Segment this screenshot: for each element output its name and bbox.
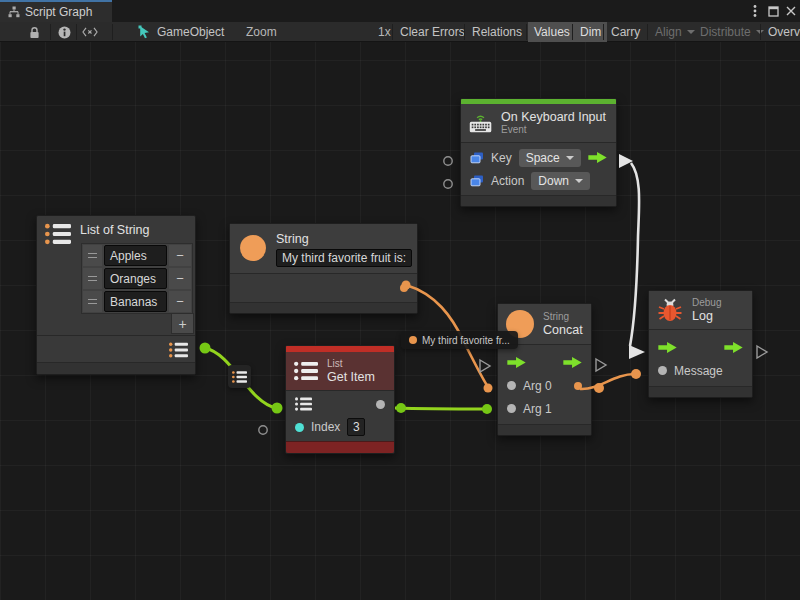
node-title: Log xyxy=(692,309,721,323)
info-icon[interactable] xyxy=(54,22,74,42)
wire-endpoint[interactable] xyxy=(482,404,492,414)
values-toggle[interactable]: Values xyxy=(528,22,576,42)
node-string-literal[interactable]: String My third favorite fruit is: xyxy=(229,223,418,314)
arg1-label: Arg 1 xyxy=(523,402,552,416)
flow-input-port[interactable] xyxy=(658,342,677,353)
remove-item-button[interactable]: − xyxy=(169,291,191,312)
result-output-port[interactable] xyxy=(574,382,582,390)
node-on-keyboard-input[interactable]: On Keyboard Input Event Key Space xyxy=(460,98,617,207)
unconnected-value-port[interactable] xyxy=(444,180,452,188)
list-item-input[interactable]: Apples xyxy=(104,245,167,266)
message-input-port[interactable] xyxy=(658,366,667,375)
string-circle-icon xyxy=(240,235,266,261)
list-item-row: Apples − xyxy=(82,244,192,267)
list-item-row: Bananas − xyxy=(82,290,192,313)
unconnected-flow-port[interactable] xyxy=(757,346,767,358)
item-output-port[interactable] xyxy=(376,400,385,409)
maximize-icon[interactable] xyxy=(764,2,782,20)
remove-item-button[interactable]: − xyxy=(169,245,191,266)
node-subtitle: List xyxy=(327,358,375,370)
list-item-row: Oranges − xyxy=(82,267,192,290)
flow-output-port[interactable] xyxy=(563,357,582,368)
drag-handle-icon[interactable] xyxy=(83,268,102,289)
overview-button[interactable]: Overv xyxy=(762,22,800,42)
remove-item-button[interactable]: − xyxy=(169,268,191,289)
flow-output-port[interactable] xyxy=(724,342,743,353)
bug-icon xyxy=(657,297,683,323)
kebab-menu-icon[interactable] xyxy=(746,2,764,20)
action-port-label: Action xyxy=(491,174,524,188)
drag-handle-icon[interactable] xyxy=(83,291,102,312)
carry-toggle[interactable]: Carry xyxy=(605,22,646,42)
node-list-of-string[interactable]: List of String Apples − Oranges − Banana… xyxy=(36,215,196,375)
list-editor: Apples − Oranges − Bananas − xyxy=(81,243,193,314)
node-title: Concat xyxy=(543,323,583,337)
node-concat[interactable]: String Concat Arg 0 Arg 1 xyxy=(497,303,592,436)
index-input-port[interactable] xyxy=(295,423,304,432)
align-dropdown: Align xyxy=(649,22,701,42)
object-port-icon[interactable] xyxy=(470,175,484,187)
unconnected-value-port[interactable] xyxy=(259,426,267,434)
wire-value-badge-list xyxy=(228,365,251,388)
relations-button[interactable]: Relations xyxy=(466,22,528,42)
list-input-port[interactable] xyxy=(295,397,312,411)
drag-handle-icon[interactable] xyxy=(83,245,102,266)
unconnected-flow-port[interactable] xyxy=(596,359,606,371)
tab-bar: Script Graph xyxy=(0,0,800,22)
node-subtitle: Debug xyxy=(692,297,721,309)
node-title: Get Item xyxy=(327,370,375,384)
script-machine-icon xyxy=(137,22,153,42)
action-dropdown[interactable]: Down xyxy=(531,172,590,190)
graph-toolbar: GameObject Zoom 1x Clear Errors Relation… xyxy=(0,22,800,42)
list-item-input[interactable]: Bananas xyxy=(104,291,167,312)
index-label: Index xyxy=(311,420,340,434)
add-item-button[interactable]: + xyxy=(171,313,194,334)
arg0-label: Arg 0 xyxy=(523,379,552,393)
gameobject-selector[interactable]: GameObject xyxy=(157,22,224,42)
wire-value-badge-string: My third favorite fr... xyxy=(401,331,518,349)
list-item-input[interactable]: Oranges xyxy=(104,268,167,289)
node-get-item[interactable]: List Get Item Index 3 xyxy=(285,345,395,454)
graph-canvas[interactable]: On Keyboard Input Event Key Space xyxy=(0,42,800,600)
node-debug-log[interactable]: Debug Log Message xyxy=(648,290,753,398)
list-output-port[interactable] xyxy=(169,342,188,358)
key-port-label: Key xyxy=(491,151,512,165)
node-subtitle: Event xyxy=(501,124,606,136)
wire-endpoint[interactable] xyxy=(484,384,493,393)
code-icon[interactable] xyxy=(80,22,100,42)
lock-icon[interactable] xyxy=(24,22,44,42)
flow-output-port[interactable] xyxy=(588,152,607,163)
wire-endpoint[interactable] xyxy=(594,383,604,393)
node-title: On Keyboard Input xyxy=(501,110,606,124)
unconnected-flow-port[interactable] xyxy=(480,360,490,372)
string-output-port[interactable] xyxy=(400,284,408,292)
tab-script-graph[interactable]: Script Graph xyxy=(0,0,112,22)
key-dropdown[interactable]: Space xyxy=(519,149,581,167)
wire-endpoint[interactable] xyxy=(396,403,406,413)
flow-wire-dest-arrow[interactable] xyxy=(629,345,645,359)
flow-wire-keyboard-to-log[interactable] xyxy=(630,163,639,346)
arg1-input-port[interactable] xyxy=(507,404,516,413)
flow-wire-source-arrow[interactable] xyxy=(619,154,633,168)
wire-endpoint[interactable] xyxy=(200,343,211,354)
string-value-input[interactable]: My third favorite fruit is: xyxy=(276,249,412,267)
wire-endpoint[interactable] xyxy=(272,403,283,414)
node-title: String xyxy=(276,232,412,246)
wire-getitem-to-concat[interactable] xyxy=(395,408,488,409)
list-icon xyxy=(45,223,71,245)
wire-endpoint[interactable] xyxy=(631,369,641,379)
keyboard-icon xyxy=(469,110,492,136)
distribute-dropdown: Distribute xyxy=(694,22,770,42)
arg0-input-port[interactable] xyxy=(507,381,516,390)
flow-input-port[interactable] xyxy=(507,357,526,368)
tab-title: Script Graph xyxy=(25,5,92,19)
object-port-icon[interactable] xyxy=(470,152,484,164)
node-title: List of String xyxy=(80,223,149,237)
node-subtitle: String xyxy=(543,311,583,323)
close-icon[interactable] xyxy=(782,2,800,20)
unconnected-value-port[interactable] xyxy=(444,157,452,165)
index-input[interactable]: 3 xyxy=(347,418,365,436)
unity-script-graph-window: Script Graph GameO xyxy=(0,0,800,600)
message-label: Message xyxy=(674,364,723,378)
clear-errors-button[interactable]: Clear Errors xyxy=(394,22,471,42)
